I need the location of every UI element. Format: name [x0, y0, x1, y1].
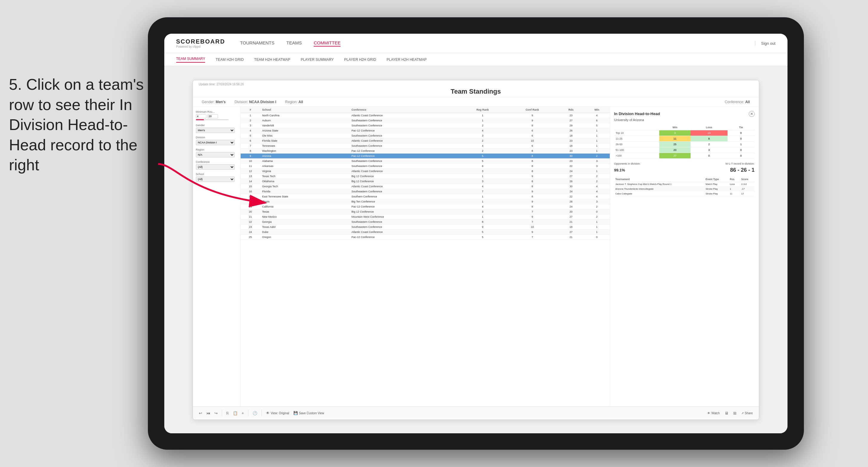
- nav-tournaments[interactable]: TOURNAMENTS: [240, 40, 275, 46]
- annotation-text: 5. Click on a team's row to see their In…: [9, 74, 158, 175]
- table-row[interactable]: 16 Florida Southeastern Conference 7 9 2…: [241, 189, 610, 194]
- sub-nav-team-h2h-grid[interactable]: TEAM H2H GRID: [216, 58, 244, 62]
- filter-region: Region: All: [285, 100, 303, 104]
- table-row[interactable]: 21 New Mexico Mountain West Conference 1…: [241, 214, 610, 219]
- table-row[interactable]: 10 Alabama Southeastern Conference 5 8 2…: [241, 158, 610, 163]
- toolbar-grid-icon[interactable]: ⊞: [733, 411, 737, 415]
- table-row[interactable]: 25 Oregon Pac-12 Conference 5 7 21 0: [241, 235, 610, 240]
- sub-nav-player-h2h-grid[interactable]: PLAYER H2H GRID: [344, 58, 376, 62]
- sign-out[interactable]: Sign out: [755, 41, 776, 45]
- record-value: 86 - 26 - 1: [730, 167, 754, 173]
- table-row[interactable]: 9 Arizona Pac-12 Conference 5 8 30 2: [241, 153, 610, 158]
- filter-division: Division: NCAA Division I: [235, 100, 276, 104]
- table-row[interactable]: 4 Arizona State Pac-12 Conference 4 6 26…: [241, 128, 610, 133]
- toolbar-redo-icon[interactable]: ↪: [214, 411, 218, 415]
- col-conf-rank: Conf Rank: [506, 107, 558, 113]
- table-row[interactable]: 19 California Pac-12 Conference 4 8 24 2: [241, 204, 610, 209]
- division-filter-label: Division: [196, 136, 237, 139]
- table-row[interactable]: 24 Duke Atlantic Coast Conference 5 9 27…: [241, 229, 610, 235]
- toolbar-copy-icon[interactable]: ⎘: [226, 411, 229, 415]
- table-area: # School Conference Reg Rank Conf Rank R…: [241, 107, 610, 406]
- tournament-col-type: Event Type: [704, 177, 728, 182]
- table-row[interactable]: 8 Washington Pac-12 Conference 2 8 23 1: [241, 148, 610, 153]
- col-win: Win: [584, 107, 610, 113]
- toolbar-paste-icon[interactable]: 📋: [233, 411, 238, 415]
- bottom-toolbar: ↩ ⏮ ↪ ⎘ 📋 + 🕐 👁 View: Original: [193, 406, 759, 419]
- toolbar-divider1: [222, 410, 222, 416]
- h2h-col-loss: Loss: [690, 125, 727, 130]
- toolbar-step-back-icon[interactable]: ⏮: [206, 411, 210, 415]
- watch-icon: 👁: [707, 411, 710, 415]
- panel-update-time: Update time: 27/03/2024 16:56:26: [193, 80, 759, 86]
- panel-title: Team Standings: [193, 86, 759, 97]
- toolbar-add-icon[interactable]: +: [242, 411, 244, 415]
- region-filter-label: Region: [196, 148, 237, 151]
- tournament-col-pos: Pos: [728, 177, 740, 182]
- table-row[interactable]: 14 Oklahoma Big 12 Conference 3 8 26 2: [241, 179, 610, 184]
- nav-teams[interactable]: TEAMS: [286, 40, 302, 46]
- min-rounds-input1[interactable]: [196, 114, 206, 118]
- sub-nav-team-h2h-heatmap[interactable]: TEAM H2H HEATMAP: [254, 58, 290, 62]
- table-row[interactable]: 5 Ole Miss Southeastern Conference 3 6 1…: [241, 133, 610, 138]
- gender-filter-label: Gender: [196, 124, 237, 127]
- tournament-table: Tournament Event Type Pos Score Jackson …: [614, 177, 755, 196]
- table-row[interactable]: 12 Virginia Atlantic Coast Conference 3 …: [241, 168, 610, 174]
- toolbar-right: 👁 Watch 🖥 ⊞ ↗ Share: [707, 411, 753, 415]
- division-select[interactable]: NCAA Division I: [196, 140, 235, 145]
- table-row[interactable]: 22 Georgia Southeastern Conference 8 7 2…: [241, 219, 610, 224]
- share-icon: ↗: [741, 411, 744, 415]
- table-row[interactable]: 1 North Carolina Atlantic Coast Conferen…: [241, 113, 610, 118]
- nav-committee[interactable]: COMMITTEE: [314, 40, 341, 46]
- filter-gender: Gender: Men's: [202, 100, 226, 104]
- toolbar-divider3: [261, 410, 262, 416]
- save-custom-btn[interactable]: 💾 Save Custom View: [293, 411, 324, 415]
- table-row[interactable]: 7 Tennessee Southeastern Conference 4 6 …: [241, 143, 610, 148]
- min-rounds-input2[interactable]: [208, 114, 218, 118]
- view-original-btn[interactable]: 👁 View: Original: [266, 411, 289, 415]
- tournament-row: Jackson T. Stephens Cup Men's Match-Play…: [614, 182, 755, 186]
- instruction-arrow: [152, 158, 271, 212]
- table-row[interactable]: 11 Arkansas Southeastern Conference 6 8 …: [241, 163, 610, 168]
- sub-nav-player-summary[interactable]: PLAYER SUMMARY: [301, 58, 334, 62]
- table-row[interactable]: 6 Florida State Atlantic Coast Conferenc…: [241, 138, 610, 143]
- table-row[interactable]: 17 East Tennessee State Southern Confere…: [241, 194, 610, 199]
- gender-select[interactable]: Men's: [196, 128, 235, 133]
- sub-nav-player-h2h-heatmap[interactable]: PLAYER H2H HEATMAP: [387, 58, 427, 62]
- filter-gender-group: Gender Men's: [196, 124, 237, 133]
- share-btn[interactable]: ↗ Share: [741, 411, 753, 415]
- col-rds: Rds: [558, 107, 584, 113]
- table-row[interactable]: 23 Texas A&M Southeastern Conference 9 1…: [241, 224, 610, 229]
- sub-nav-team-summary[interactable]: TEAM SUMMARY: [176, 57, 206, 63]
- table-row[interactable]: 18 Illinois Big Ten Conference 1 9 26 3: [241, 199, 610, 204]
- col-reg-rank: Reg Rank: [459, 107, 506, 113]
- col-school: School: [260, 107, 350, 113]
- opponents-label: Opponents in division:: [614, 162, 641, 165]
- toolbar-undo-icon[interactable]: ↩: [199, 411, 202, 415]
- col-conference: Conference: [350, 107, 459, 113]
- filter-division-group: Division NCAA Division I: [196, 136, 237, 145]
- save-icon: 💾: [293, 411, 298, 415]
- h2h-row-top10: Top 10 3 13 0: [614, 130, 755, 136]
- opponents-section: Opponents in division: W-L-T record in-d…: [614, 162, 755, 165]
- filter-min-rounds: Minimum Rou...: [196, 110, 237, 120]
- table-row[interactable]: 2 Auburn Southeastern Conference 1 9 27 …: [241, 118, 610, 123]
- col-rank: #: [241, 107, 260, 113]
- h2h-close-button[interactable]: ✕: [749, 111, 755, 117]
- filter-conference: Conference: All: [724, 100, 750, 104]
- table-row[interactable]: 15 Georgia Tech Atlantic Coast Conferenc…: [241, 184, 610, 189]
- h2h-school-name: University of Arizona: [614, 118, 755, 122]
- table-row[interactable]: 3 Vanderbilt Southeastern Conference 2 8…: [241, 123, 610, 128]
- watch-btn[interactable]: 👁 Watch: [707, 411, 720, 415]
- tournament-col-score: Score: [740, 177, 755, 182]
- table-row[interactable]: 20 Texas Big 12 Conference 3 7 20 0: [241, 209, 610, 214]
- panel-filters: Gender: Men's Division: NCAA Division I …: [193, 97, 759, 107]
- h2h-row-51-100: 51-100 20 3 0: [614, 147, 755, 153]
- region-select[interactable]: N/A: [196, 152, 235, 157]
- record-label: W-L-T record in-division:: [725, 162, 755, 165]
- table-row[interactable]: 13 Texas Tech Big 12 Conference 1 9 27 2: [241, 174, 610, 179]
- toolbar-divider2: [248, 410, 248, 416]
- dashboard-panel: Update time: 27/03/2024 16:56:26 Team St…: [193, 80, 759, 420]
- toolbar-clock-icon[interactable]: 🕐: [253, 411, 257, 415]
- toolbar-monitor-icon[interactable]: 🖥: [724, 411, 728, 415]
- h2h-header: In Division Head-to-Head ✕: [614, 111, 755, 117]
